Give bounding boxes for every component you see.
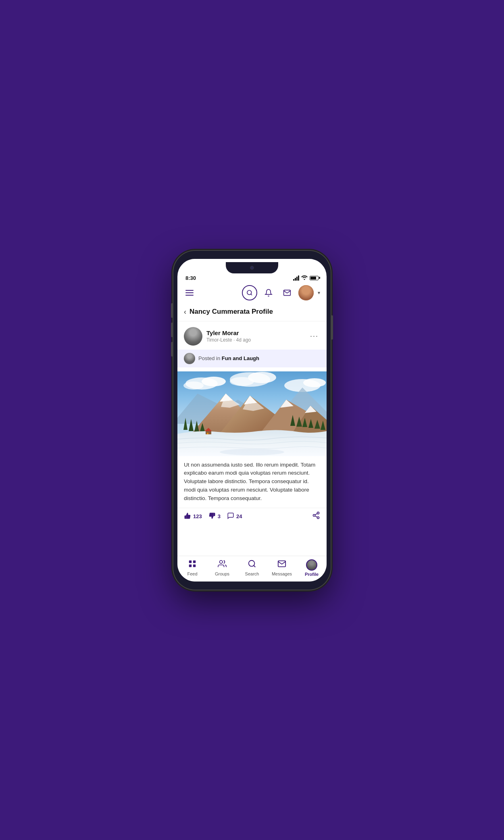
dropdown-arrow-button[interactable]: ▾ (318, 290, 320, 296)
post-author-avatar[interactable] (184, 327, 202, 346)
hamburger-menu-button[interactable] (184, 288, 195, 297)
svg-line-40 (315, 516, 317, 517)
post-meta: Timor-Leste · 4d ago (206, 337, 308, 343)
svg-point-46 (220, 561, 223, 563)
posted-in-label: Posted in Fun and Laugh (198, 355, 259, 361)
post-image (177, 371, 327, 456)
svg-rect-43 (193, 561, 196, 563)
svg-point-4 (202, 377, 226, 386)
dislike-count: 3 (218, 513, 221, 519)
status-bar: 8:30 (177, 273, 327, 281)
svg-point-5 (183, 381, 204, 390)
battery-icon (310, 276, 319, 280)
like-count: 123 (193, 513, 202, 519)
svg-line-48 (254, 565, 255, 567)
svg-point-10 (303, 378, 326, 387)
svg-point-38 (313, 515, 315, 517)
status-time: 8:30 (185, 275, 196, 281)
bottom-nav: Feed Groups (177, 556, 327, 582)
groups-icon (218, 559, 227, 570)
comment-count: 24 (236, 513, 242, 519)
dislike-button[interactable]: 3 (208, 512, 221, 521)
post-reactions: 123 3 (177, 508, 327, 526)
profile-label: Profile (305, 572, 319, 577)
groups-label: Groups (215, 571, 229, 576)
nav-item-search[interactable]: Search (237, 556, 267, 578)
thumbs-down-icon (208, 512, 216, 521)
svg-rect-42 (189, 561, 192, 563)
front-camera (250, 266, 254, 270)
breadcrumb: ‹ Nancy Cummerata Profile (177, 304, 327, 321)
svg-point-0 (247, 290, 252, 295)
comment-button[interactable]: 24 (227, 512, 242, 521)
top-nav: ▾ (177, 281, 327, 304)
user-avatar-nav[interactable] (298, 285, 314, 300)
svg-point-8 (230, 377, 254, 386)
svg-line-41 (315, 514, 317, 515)
mail-button[interactable] (280, 286, 294, 300)
notification-bell-button[interactable] (261, 286, 276, 300)
status-icons (293, 275, 319, 281)
nav-item-feed[interactable]: Feed (177, 556, 207, 578)
svg-point-36 (220, 449, 284, 455)
notch-area (177, 259, 327, 273)
nav-item-groups[interactable]: Groups (207, 556, 237, 578)
feed-label: Feed (187, 571, 197, 576)
svg-point-39 (317, 517, 319, 519)
post-user-info: Tyler Morar Timor-Leste · 4d ago (206, 329, 308, 343)
svg-point-47 (249, 561, 255, 567)
post-more-button[interactable]: ··· (308, 330, 320, 342)
share-button[interactable] (312, 511, 320, 521)
post-card: Tyler Morar Timor-Leste · 4d ago ··· (177, 321, 327, 346)
post-text: Ut non assumenda iusto sed. Illo rerum i… (177, 461, 327, 508)
thumbs-up-icon (184, 512, 191, 521)
svg-point-37 (317, 512, 319, 514)
svg-rect-45 (193, 565, 196, 567)
comment-icon (227, 512, 234, 521)
like-button[interactable]: 123 (184, 512, 202, 521)
phone-shell: 8:30 (173, 251, 331, 590)
search-nav-icon (248, 559, 256, 570)
group-name[interactable]: Fun and Laugh (222, 355, 259, 361)
svg-rect-35 (207, 433, 208, 434)
post-author-name: Tyler Morar (206, 329, 308, 336)
scroll-content: Tyler Morar Timor-Leste · 4d ago ··· (177, 321, 327, 556)
nav-item-messages[interactable]: Messages (267, 556, 297, 578)
phone-wrapper: 8:30 (167, 247, 337, 594)
phone-screen: 8:30 (177, 259, 327, 582)
signal-bars-icon (293, 275, 299, 281)
search-label: Search (245, 571, 259, 576)
svg-line-1 (251, 294, 252, 295)
search-button[interactable] (242, 285, 257, 300)
posted-in-banner: Posted in Fun and Laugh (177, 350, 327, 367)
post-header: Tyler Morar Timor-Leste · 4d ago ··· (184, 327, 320, 346)
messages-icon (277, 559, 286, 570)
page-title: Nancy Cummerata Profile (190, 308, 273, 316)
nav-item-profile[interactable]: Profile (297, 556, 327, 578)
messages-label: Messages (272, 571, 292, 576)
feed-icon (188, 559, 197, 570)
wifi-icon (301, 275, 308, 281)
profile-nav-avatar (306, 559, 317, 571)
svg-rect-44 (189, 565, 192, 567)
back-button[interactable]: ‹ (184, 308, 186, 316)
notch (226, 262, 278, 273)
group-avatar (184, 353, 195, 364)
